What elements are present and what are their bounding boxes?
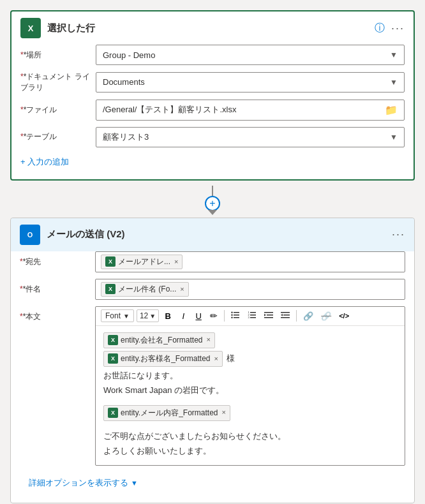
body-line-1: お世話になります。 bbox=[103, 369, 397, 383]
body-token-row-1: X entity.会社名_Formatted × bbox=[103, 332, 397, 348]
card-header-selected-row: X 選択した行 ⓘ ··· bbox=[11, 11, 414, 45]
list-ul-button[interactable] bbox=[228, 309, 242, 323]
customer-token-label: entity.お客様名_Formatted bbox=[121, 353, 210, 365]
card-header-mail: O メールの送信 (V2) ··· bbox=[11, 218, 414, 251]
more-options-icon[interactable]: ··· bbox=[391, 22, 405, 35]
field-to: **宛先 X メールアドレ... × bbox=[20, 251, 405, 272]
card-selected-row: X 選択した行 ⓘ ··· **場所 Group - Demo ▼ **ドキュメ… bbox=[10, 10, 415, 181]
dropdown-library[interactable]: Documents ▼ bbox=[96, 72, 405, 93]
field-library: **ドキュメント ライブラリ Documents ▼ bbox=[20, 71, 405, 93]
body-token-content[interactable]: X entity.メール内容_Formatted × bbox=[103, 405, 230, 421]
svg-marker-19 bbox=[281, 314, 283, 316]
body-content[interactable]: X entity.会社名_Formatted × X entity.お客様名_F… bbox=[96, 326, 405, 466]
bold-button[interactable]: B bbox=[161, 310, 174, 322]
font-size-select[interactable]: 12 ▼ bbox=[137, 309, 159, 322]
file-input[interactable]: /General/【テスト】顧客リスト.xlsx 📁 bbox=[96, 100, 405, 121]
pen-button[interactable]: ✏ bbox=[207, 309, 220, 322]
connector: + bbox=[10, 186, 415, 215]
control-library: Documents ▼ bbox=[96, 72, 405, 93]
excel-token-icon: X bbox=[105, 256, 116, 267]
remove-company-token-button[interactable]: × bbox=[206, 334, 210, 346]
label-location: **場所 bbox=[20, 50, 91, 61]
add-input-button[interactable]: + 入力の追加 bbox=[20, 154, 405, 170]
label-body: **本文 bbox=[20, 311, 90, 322]
label-file: **ファイル bbox=[20, 105, 91, 115]
font-size-label: 12 bbox=[140, 311, 148, 320]
file-value: /General/【テスト】顧客リスト.xlsx bbox=[103, 104, 385, 115]
to-token[interactable]: X メールアドレ... × bbox=[101, 255, 183, 269]
table-value: 顧客リスト3 bbox=[103, 131, 149, 143]
body-token-row-3: X entity.メール内容_Formatted × bbox=[103, 405, 397, 421]
excel-icon-company: X bbox=[108, 335, 118, 345]
font-select[interactable]: Font ▼ bbox=[101, 309, 134, 322]
svg-rect-13 bbox=[267, 315, 273, 316]
unlink-button[interactable]: 🔗 bbox=[318, 310, 334, 322]
svg-marker-15 bbox=[264, 314, 266, 316]
label-subject: **件名 bbox=[20, 284, 90, 295]
list-ol-button[interactable]: 1 2 3 bbox=[245, 309, 259, 323]
content-token-label: entity.メール内容_Formatted bbox=[121, 407, 218, 419]
details-options-label: 詳細オプションを表示する bbox=[29, 477, 128, 489]
info-icon[interactable]: ⓘ bbox=[375, 22, 385, 35]
label-library: **ドキュメント ライブラリ bbox=[20, 71, 91, 93]
svg-rect-8 bbox=[250, 317, 256, 318]
body-toolbar: Font ▼ 12 ▼ B I U ✏ bbox=[96, 307, 405, 326]
location-value: Group - Demo bbox=[103, 50, 155, 60]
remove-subject-token-button[interactable]: × bbox=[180, 285, 184, 293]
details-options-button[interactable]: 詳細オプションを表示する ▼ bbox=[20, 472, 147, 494]
remove-content-token-button[interactable]: × bbox=[221, 407, 225, 419]
underline-button[interactable]: U bbox=[192, 310, 205, 322]
field-table: **テーブル 顧客リスト3 ▼ bbox=[20, 127, 405, 147]
body-token-customer[interactable]: X entity.お客様名_Formatted × bbox=[103, 351, 223, 367]
control-table: 顧客リスト3 ▼ bbox=[96, 127, 405, 147]
add-input-label: + 入力の追加 bbox=[20, 156, 69, 168]
toolbar-separator-1 bbox=[224, 310, 225, 322]
add-step-button[interactable]: + bbox=[205, 196, 220, 211]
link-button[interactable]: 🔗 bbox=[301, 310, 316, 322]
italic-button[interactable]: I bbox=[177, 310, 190, 322]
svg-point-4 bbox=[231, 314, 232, 315]
excel-token-icon-subject: X bbox=[105, 284, 116, 294]
subject-token[interactable]: X メール件名 (Fo... × bbox=[101, 282, 189, 297]
remove-customer-token-button[interactable]: × bbox=[214, 353, 218, 365]
html-button[interactable]: </> bbox=[336, 311, 352, 321]
field-file: **ファイル /General/【テスト】顧客リスト.xlsx 📁 bbox=[20, 100, 405, 121]
to-input[interactable]: X メールアドレ... × bbox=[95, 251, 405, 272]
control-to: X メールアドレ... × bbox=[95, 251, 405, 272]
more-options-mail-icon[interactable]: ··· bbox=[392, 228, 405, 241]
remove-to-token-button[interactable]: × bbox=[174, 258, 178, 265]
connector-arrow bbox=[208, 210, 217, 215]
body-spacer bbox=[103, 399, 397, 405]
body-spacer-2 bbox=[103, 424, 397, 429]
body-suffix: 様 bbox=[227, 352, 235, 366]
chevron-down-icon: ▼ bbox=[390, 78, 398, 87]
body-line-3: ご不明な点がございましたらお知らせください。 bbox=[103, 430, 397, 443]
body-token-company[interactable]: X entity.会社名_Formatted × bbox=[103, 332, 215, 348]
control-file: /General/【テスト】顧客リスト.xlsx 📁 bbox=[96, 100, 405, 121]
control-subject: X メール件名 (Fo... × bbox=[95, 279, 405, 300]
library-value: Documents bbox=[103, 77, 145, 87]
svg-rect-0 bbox=[234, 312, 239, 313]
body-line-2: Work Smart Japan の岩田です。 bbox=[103, 384, 397, 397]
svg-rect-7 bbox=[250, 315, 256, 316]
dropdown-table[interactable]: 顧客リスト3 ▼ bbox=[96, 127, 405, 147]
svg-rect-14 bbox=[264, 317, 273, 318]
outlook-icon: O bbox=[20, 225, 40, 245]
svg-rect-17 bbox=[283, 315, 290, 316]
to-token-label: メールアドレ... bbox=[118, 256, 170, 267]
indent-increase-button[interactable] bbox=[278, 309, 292, 323]
svg-rect-18 bbox=[281, 317, 290, 318]
label-table: **テーブル bbox=[20, 131, 91, 142]
body-editor[interactable]: Font ▼ 12 ▼ B I U ✏ bbox=[95, 306, 405, 466]
svg-point-5 bbox=[231, 316, 232, 318]
indent-decrease-button[interactable] bbox=[262, 309, 276, 323]
card-mail: O メールの送信 (V2) ··· **宛先 X メールアドレ... × bbox=[10, 218, 415, 504]
subject-input[interactable]: X メール件名 (Fo... × bbox=[95, 279, 405, 300]
dropdown-location[interactable]: Group - Demo ▼ bbox=[96, 45, 405, 65]
control-location: Group - Demo ▼ bbox=[96, 45, 405, 65]
connector-line-top bbox=[212, 186, 213, 196]
control-body: Font ▼ 12 ▼ B I U ✏ bbox=[95, 306, 405, 466]
svg-point-3 bbox=[231, 311, 232, 313]
chevron-down-icon: ▼ bbox=[390, 50, 398, 59]
field-location: **場所 Group - Demo ▼ bbox=[20, 45, 405, 65]
